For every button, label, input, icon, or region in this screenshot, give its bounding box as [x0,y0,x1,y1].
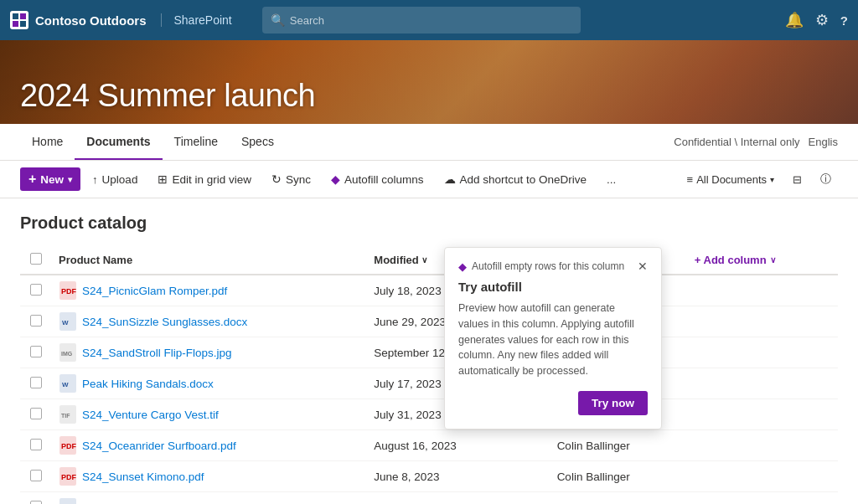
file-type-icon: TIF [59,405,77,424]
file-name[interactable]: S24_SunSizzle Sunglasses.docx [82,316,247,328]
svg-rect-18 [59,498,76,504]
svg-rect-3 [20,21,26,27]
settings-icon[interactable]: ⚙ [815,11,829,29]
upload-button[interactable]: ↑ Upload [84,169,146,190]
file-name-cell[interactable]: IMG S24_SandStroll Flip-Flops.jpg [52,337,367,368]
row-checkbox[interactable] [30,377,42,388]
nav-right: Confidential \ Internal only Englis [674,136,838,148]
autofill-title: Try autofill [458,280,648,294]
sort-modified[interactable]: Modified ∨ [374,254,426,266]
help-icon[interactable]: ? [840,13,848,28]
file-name[interactable]: S24_Venture Cargo Vest.tif [82,409,219,421]
svg-rect-0 [13,13,18,19]
table-row: PDF S24_Sunset Kimono.pdf June 8, 2023 C… [20,461,838,492]
svg-text:PDF: PDF [61,287,76,296]
add-col-chevron: ∨ [770,255,776,265]
onedrive-icon: ☁ [444,172,456,186]
table-header-row: Product Name Modified ∨ Modified by ∨ + … [20,246,838,275]
file-table: Product Name Modified ∨ Modified by ∨ + … [20,246,838,504]
list-icon: ≡ [687,173,694,186]
nav-tabs: Home Documents Timeline Specs [20,124,286,160]
sort-icon: ∨ [421,255,427,265]
brand-name: Contoso Outdoors [35,13,146,28]
add-column-button[interactable]: + Add column ∨ [695,254,776,266]
file-name-cell[interactable]: PDF S24_PicnicGlam Romper.pdf [52,275,367,306]
file-name[interactable]: S24_SandStroll Flip-Flops.jpg [82,347,232,359]
tab-timeline[interactable]: Timeline [163,124,230,160]
row-checkbox[interactable] [30,315,42,327]
sync-icon: ↻ [271,172,282,186]
table-row: W S23_SkySail Sundress.docx August 10, 2… [20,492,838,505]
search-box[interactable]: 🔍 [262,7,581,33]
sync-button[interactable]: ↻ Sync [263,168,319,190]
grid-label: Edit in grid view [172,173,251,186]
svg-text:TIF: TIF [61,413,70,419]
autofill-header-label: Autofill empty rows for this column [472,260,624,272]
autofill-icon: ◆ [331,172,340,186]
filter-button[interactable]: ⊟ [786,170,809,189]
row-checkbox-cell [20,461,52,492]
row-checkbox[interactable] [30,439,42,450]
tab-documents[interactable]: Documents [75,124,162,160]
col-add-column[interactable]: + Add column ∨ [688,246,838,275]
autofill-header-info: ◆ Autofill empty rows for this column [458,260,624,273]
file-name[interactable]: Peak Hiking Sandals.docx [82,378,214,390]
file-name-cell[interactable]: W S24_SunSizzle Sunglasses.docx [52,306,367,337]
nav-bar: Home Documents Timeline Specs Confidenti… [0,124,858,161]
autofill-button[interactable]: ◆ Autofill columns [323,168,432,190]
file-name-cell[interactable]: PDF S24_Oceanrider Surfboard.pdf [52,430,367,461]
upload-icon: ↑ [92,173,98,186]
modified-cell: August 10, 2023 [367,492,550,505]
shortcut-label: Add shortcut to OneDrive [460,173,587,186]
row-checkbox[interactable] [30,408,42,419]
file-name-cell[interactable]: W S23_SkySail Sundress.docx [52,492,367,505]
autofill-popup: ◆ Autofill empty rows for this column ✕ … [444,247,662,429]
file-name-cell[interactable]: W Peak Hiking Sandals.docx [52,368,367,399]
language-label: Englis [809,136,838,148]
file-name-cell[interactable]: PDF S24_Sunset Kimono.pdf [52,461,367,492]
extra-cell [688,306,838,337]
upload-label: Upload [102,173,138,186]
autofill-action-row: Try now [458,391,648,415]
svg-text:W: W [62,319,69,327]
row-checkbox[interactable] [30,501,42,505]
tab-specs[interactable]: Specs [230,124,286,160]
file-type-icon: IMG [59,343,77,362]
confidential-label: Confidential \ Internal only [674,136,799,148]
row-checkbox[interactable] [30,284,42,296]
toolbar-right: ≡ All Documents ▾ ⊟ ⓘ [680,168,838,190]
file-type-icon: PDF [59,436,77,455]
new-chevron-icon: ▾ [68,175,72,184]
row-checkbox[interactable] [30,470,42,481]
edit-grid-button[interactable]: ⊞ Edit in grid view [149,168,260,190]
notification-icon[interactable]: 🔔 [785,11,804,29]
shortcut-button[interactable]: ☁ Add shortcut to OneDrive [436,168,596,190]
info-button[interactable]: ⓘ [814,168,838,190]
brand-icon [10,11,28,29]
row-checkbox-cell [20,492,52,505]
sync-label: Sync [286,173,311,186]
file-name[interactable]: S23_SkySail Sundress.docx [82,501,225,505]
info-icon: ⓘ [820,172,831,187]
try-now-button[interactable]: Try now [578,391,648,415]
header-checkbox[interactable] [30,253,42,265]
extra-cell [688,461,838,492]
svg-text:PDF: PDF [61,442,76,450]
more-button[interactable]: ... [598,169,624,190]
brand: Contoso Outdoors [10,11,146,29]
autofill-label: Autofill columns [344,173,424,186]
content-area: Product catalog Product Name Modified ∨ … [0,198,858,504]
table-row: PDF S24_Oceanrider Surfboard.pdf August … [20,430,838,461]
file-name-cell[interactable]: TIF S24_Venture Cargo Vest.tif [52,399,367,430]
file-name[interactable]: S24_Oceanrider Surfboard.pdf [82,440,236,452]
file-name[interactable]: S24_PicnicGlam Romper.pdf [82,285,227,297]
modified-by-cell: Colin Ballinger [550,430,688,461]
row-checkbox[interactable] [30,346,42,357]
autofill-close-button[interactable]: ✕ [638,260,648,273]
all-docs-button[interactable]: ≡ All Documents ▾ [680,170,781,189]
file-type-icon: PDF [59,467,77,486]
new-button[interactable]: + New ▾ [20,167,80,191]
file-name[interactable]: S24_Sunset Kimono.pdf [82,471,204,483]
search-input[interactable] [290,14,572,27]
tab-home[interactable]: Home [20,124,75,160]
